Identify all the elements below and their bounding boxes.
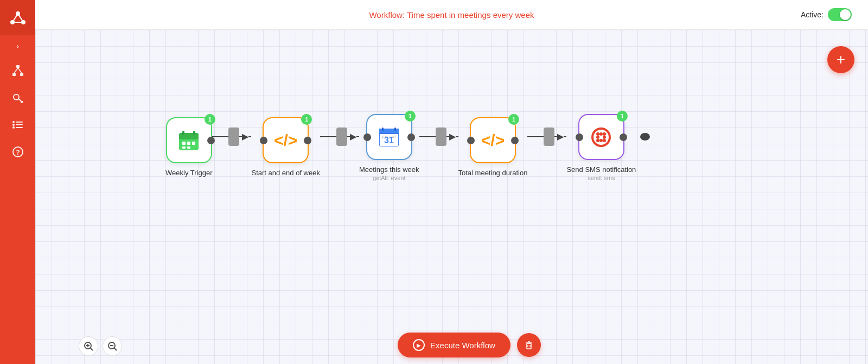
svg-text:T: T	[395, 135, 397, 138]
trash-icon	[524, 340, 534, 350]
svg-rect-26	[182, 131, 184, 135]
svg-point-53	[603, 136, 606, 139]
connection-4: ▶	[527, 127, 566, 146]
svg-rect-18	[16, 124, 23, 125]
sidebar-item-help[interactable]: ?	[0, 138, 35, 165]
node-box-weekly-trigger[interactable]: 1	[166, 117, 212, 163]
conn-mid-4	[544, 127, 554, 146]
svg-rect-16	[16, 122, 23, 123]
toggle-knob	[840, 9, 851, 20]
play-icon: ▶	[413, 339, 425, 351]
sidebar-item-keys[interactable]	[0, 84, 35, 111]
sidebar-expand-button[interactable]: ›	[0, 35, 35, 57]
svg-point-48	[593, 130, 609, 145]
svg-rect-32	[187, 146, 190, 149]
workflow-nodes-row: 1 Weekly Trigger	[165, 114, 650, 181]
delete-workflow-button[interactable]	[517, 333, 541, 357]
svg-rect-7	[12, 73, 16, 76]
final-dot	[640, 133, 650, 141]
code-icon-2: </>	[481, 131, 505, 150]
header: Workflow: Time spent in meetings every w…	[35, 0, 868, 30]
conn-line-1a	[212, 136, 228, 137]
svg-text:T: T	[388, 135, 390, 138]
svg-rect-25	[179, 137, 199, 139]
sidebar-item-network[interactable]	[0, 57, 35, 84]
node-box-duration[interactable]: 1 </>	[470, 117, 516, 163]
node-box-meetings[interactable]: 1 31 S M T	[366, 114, 412, 160]
connector-right-weekly-trigger	[207, 137, 215, 144]
label-start-end-week: Start and end of week	[251, 169, 320, 178]
svg-rect-6	[16, 65, 20, 68]
connector-left-duration	[467, 137, 475, 144]
label-weekly-trigger: Weekly Trigger	[165, 169, 212, 178]
svg-rect-28	[182, 142, 186, 145]
execute-workflow-button[interactable]: ▶ Execute Workflow	[398, 333, 510, 357]
svg-rect-8	[20, 73, 23, 76]
node-total-meeting-duration[interactable]: 1 </> Total meeting duration	[458, 117, 528, 178]
svg-line-4	[18, 14, 23, 22]
connector-left-meetings	[363, 133, 371, 141]
conn-line-4a	[527, 136, 544, 137]
svg-point-51	[603, 132, 606, 136]
code-icon-1: </>	[274, 131, 297, 150]
svg-rect-27	[193, 131, 195, 135]
key-icon	[12, 92, 24, 104]
svg-rect-64	[527, 343, 531, 349]
conn-line-3a	[419, 136, 436, 137]
svg-line-3	[12, 14, 18, 22]
connector-left-sms	[576, 133, 583, 141]
sublabel-sms: send: sms	[588, 175, 615, 181]
svg-line-10	[18, 68, 22, 73]
svg-point-15	[12, 121, 15, 123]
svg-text:?: ?	[16, 149, 20, 156]
svg-point-55	[599, 139, 603, 142]
connection-5	[636, 133, 650, 141]
conn-arrow-4: ▶	[557, 132, 564, 141]
conn-arrow-3: ▶	[449, 132, 456, 141]
active-toggle-area: Active:	[801, 8, 852, 21]
add-node-button[interactable]: +	[827, 46, 854, 73]
title-name: Time spent in meetings every week	[407, 10, 534, 20]
badge-start-end-week: 1	[301, 114, 312, 125]
svg-rect-30	[192, 142, 195, 145]
help-icon: ?	[12, 146, 24, 158]
svg-point-49	[596, 132, 599, 136]
gcal-icon: 31 S M T W T	[377, 125, 401, 149]
svg-point-54	[596, 139, 599, 142]
svg-line-9	[14, 68, 18, 73]
execute-label: Execute Workflow	[430, 341, 495, 350]
svg-point-11	[14, 94, 19, 100]
connector-right-meetings	[407, 133, 415, 141]
node-weekly-trigger[interactable]: 1 Weekly Trigger	[165, 117, 212, 178]
connector-right-sms	[620, 133, 627, 141]
node-box-start-end-week[interactable]: 1 </>	[263, 117, 309, 163]
node-send-sms[interactable]: 1 Send SMS notificati	[566, 114, 636, 181]
conn-mid-2	[336, 127, 347, 146]
bottom-bar: ▶ Execute Workflow	[71, 326, 868, 364]
node-start-end-week[interactable]: 1 </> Start and end of week	[251, 117, 320, 178]
logo[interactable]	[0, 0, 35, 35]
node-box-sms[interactable]: 1	[578, 114, 624, 160]
active-toggle[interactable]	[828, 8, 852, 21]
badge-duration: 1	[508, 114, 519, 125]
svg-rect-39	[394, 127, 396, 131]
list-icon	[12, 119, 24, 131]
badge-sms: 1	[617, 111, 628, 122]
sidebar: › ?	[0, 0, 35, 364]
conn-arrow-1: ▶	[242, 132, 248, 141]
conn-line-2a	[320, 136, 336, 137]
node-meetings-this-week[interactable]: 1 31 S M T	[359, 114, 419, 181]
label-sms: Send SMS notification	[566, 165, 636, 175]
svg-point-56	[603, 139, 606, 142]
conn-mid-3	[436, 127, 446, 146]
title-prefix: Workflow:	[369, 10, 406, 20]
sidebar-item-list[interactable]	[0, 111, 35, 138]
connection-1: ▶	[212, 127, 251, 146]
connector-right-duration	[511, 137, 519, 144]
svg-rect-31	[182, 146, 186, 149]
label-meetings: Meetings this week	[359, 165, 419, 175]
svg-text:W: W	[392, 135, 394, 138]
workflow-canvas: + 1 Week	[35, 30, 868, 364]
sublabel-meetings: getAll: event	[373, 175, 406, 181]
connector-right-start-end-week	[304, 137, 311, 144]
